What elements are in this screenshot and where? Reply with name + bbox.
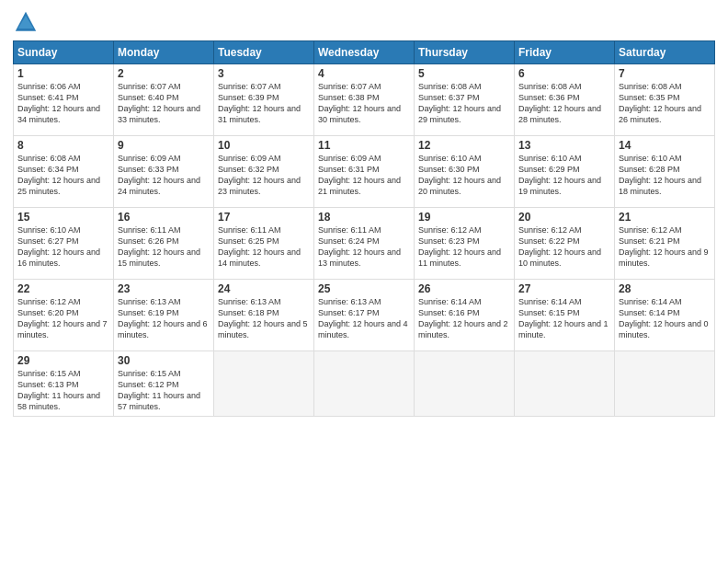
day-number: 19 [418, 211, 510, 224]
day-number: 9 [118, 139, 210, 152]
day-number: 29 [17, 354, 109, 367]
calendar-cell: 23Sunrise: 6:13 AMSunset: 6:19 PMDayligh… [114, 280, 214, 351]
calendar-cell: 17Sunrise: 6:11 AMSunset: 6:25 PMDayligh… [214, 208, 314, 280]
day-info: Sunrise: 6:09 AMSunset: 6:32 PMDaylight:… [218, 153, 310, 198]
day-info: Sunrise: 6:13 AMSunset: 6:17 PMDaylight:… [318, 296, 410, 341]
calendar-cell: 24Sunrise: 6:13 AMSunset: 6:18 PMDayligh… [214, 280, 314, 351]
day-info: Sunrise: 6:15 AMSunset: 6:12 PMDaylight:… [118, 368, 210, 413]
calendar-cell: 18Sunrise: 6:11 AMSunset: 6:24 PMDayligh… [314, 208, 415, 280]
day-number: 22 [17, 282, 109, 295]
day-number: 7 [619, 67, 711, 80]
header-monday: Monday [114, 41, 214, 64]
day-number: 27 [518, 282, 610, 295]
day-info: Sunrise: 6:08 AMSunset: 6:35 PMDaylight:… [619, 81, 711, 126]
week-row-0: 1Sunrise: 6:06 AMSunset: 6:41 PMDaylight… [14, 64, 715, 136]
day-info: Sunrise: 6:10 AMSunset: 6:27 PMDaylight:… [17, 224, 109, 270]
day-info: Sunrise: 6:13 AMSunset: 6:19 PMDaylight:… [118, 296, 210, 341]
day-number: 10 [218, 139, 310, 152]
calendar-table: Sunday Monday Tuesday Wednesday Thursday… [13, 40, 715, 417]
day-info: Sunrise: 6:09 AMSunset: 6:33 PMDaylight:… [118, 153, 210, 198]
calendar-cell: 28Sunrise: 6:14 AMSunset: 6:14 PMDayligh… [615, 280, 715, 351]
calendar-cell: 12Sunrise: 6:10 AMSunset: 6:30 PMDayligh… [415, 136, 515, 208]
calendar-cell: 25Sunrise: 6:13 AMSunset: 6:17 PMDayligh… [314, 280, 415, 351]
calendar-cell: 9Sunrise: 6:09 AMSunset: 6:33 PMDaylight… [114, 136, 214, 208]
week-row-1: 8Sunrise: 6:08 AMSunset: 6:34 PMDaylight… [14, 136, 715, 208]
day-info: Sunrise: 6:07 AMSunset: 6:38 PMDaylight:… [318, 81, 410, 126]
calendar-cell: 5Sunrise: 6:08 AMSunset: 6:37 PMDaylight… [415, 64, 515, 136]
day-info: Sunrise: 6:08 AMSunset: 6:34 PMDaylight:… [17, 153, 109, 198]
calendar-cell: 27Sunrise: 6:14 AMSunset: 6:15 PMDayligh… [515, 280, 615, 351]
calendar-cell: 16Sunrise: 6:11 AMSunset: 6:26 PMDayligh… [114, 208, 214, 280]
day-number: 13 [518, 139, 610, 152]
calendar-cell: 14Sunrise: 6:10 AMSunset: 6:28 PMDayligh… [615, 136, 715, 208]
day-number: 5 [418, 67, 510, 80]
calendar-cell: 22Sunrise: 6:12 AMSunset: 6:20 PMDayligh… [14, 280, 114, 351]
header [13, 9, 715, 35]
day-info: Sunrise: 6:12 AMSunset: 6:22 PMDaylight:… [518, 224, 610, 270]
day-number: 14 [619, 139, 711, 152]
day-number: 25 [318, 282, 410, 295]
calendar-cell: 26Sunrise: 6:14 AMSunset: 6:16 PMDayligh… [415, 280, 515, 351]
day-number: 6 [518, 67, 610, 80]
day-number: 21 [619, 211, 711, 224]
calendar-cell: 3Sunrise: 6:07 AMSunset: 6:39 PMDaylight… [214, 64, 314, 136]
header-wednesday: Wednesday [314, 41, 415, 64]
day-info: Sunrise: 6:13 AMSunset: 6:18 PMDaylight:… [218, 296, 310, 341]
calendar-cell: 21Sunrise: 6:12 AMSunset: 6:21 PMDayligh… [615, 208, 715, 280]
day-info: Sunrise: 6:09 AMSunset: 6:31 PMDaylight:… [318, 153, 410, 198]
header-friday: Friday [515, 41, 615, 64]
day-number: 17 [218, 211, 310, 224]
day-number: 20 [518, 211, 610, 224]
day-number: 26 [418, 282, 510, 295]
day-number: 1 [17, 67, 109, 80]
day-number: 18 [318, 211, 410, 224]
calendar-cell: 7Sunrise: 6:08 AMSunset: 6:35 PMDaylight… [615, 64, 715, 136]
calendar-cell: 4Sunrise: 6:07 AMSunset: 6:38 PMDaylight… [314, 64, 415, 136]
day-info: Sunrise: 6:08 AMSunset: 6:37 PMDaylight:… [418, 81, 510, 126]
day-info: Sunrise: 6:10 AMSunset: 6:30 PMDaylight:… [418, 153, 510, 198]
calendar-cell: 10Sunrise: 6:09 AMSunset: 6:32 PMDayligh… [214, 136, 314, 208]
day-number: 16 [118, 211, 210, 224]
day-info: Sunrise: 6:12 AMSunset: 6:23 PMDaylight:… [418, 224, 510, 270]
day-number: 12 [418, 139, 510, 152]
calendar-cell [515, 351, 615, 417]
day-info: Sunrise: 6:14 AMSunset: 6:14 PMDaylight:… [619, 296, 711, 341]
calendar-cell: 2Sunrise: 6:07 AMSunset: 6:40 PMDaylight… [114, 64, 214, 136]
day-number: 24 [218, 282, 310, 295]
day-info: Sunrise: 6:07 AMSunset: 6:40 PMDaylight:… [118, 81, 210, 126]
day-info: Sunrise: 6:07 AMSunset: 6:39 PMDaylight:… [218, 81, 310, 126]
calendar-cell: 1Sunrise: 6:06 AMSunset: 6:41 PMDaylight… [14, 64, 114, 136]
header-tuesday: Tuesday [214, 41, 314, 64]
calendar-cell: 19Sunrise: 6:12 AMSunset: 6:23 PMDayligh… [415, 208, 515, 280]
calendar-cell: 29Sunrise: 6:15 AMSunset: 6:13 PMDayligh… [14, 351, 114, 417]
day-info: Sunrise: 6:11 AMSunset: 6:25 PMDaylight:… [218, 224, 310, 270]
day-number: 3 [218, 67, 310, 80]
day-info: Sunrise: 6:10 AMSunset: 6:29 PMDaylight:… [518, 153, 610, 198]
calendar-cell [214, 351, 314, 417]
calendar-cell: 8Sunrise: 6:08 AMSunset: 6:34 PMDaylight… [14, 136, 114, 208]
calendar-cell: 13Sunrise: 6:10 AMSunset: 6:29 PMDayligh… [515, 136, 615, 208]
weekday-header-row: Sunday Monday Tuesday Wednesday Thursday… [14, 41, 715, 64]
day-info: Sunrise: 6:14 AMSunset: 6:16 PMDaylight:… [418, 296, 510, 341]
logo [13, 9, 42, 35]
calendar-cell: 6Sunrise: 6:08 AMSunset: 6:36 PMDaylight… [515, 64, 615, 136]
day-info: Sunrise: 6:11 AMSunset: 6:26 PMDaylight:… [118, 224, 210, 270]
calendar-cell [415, 351, 515, 417]
week-row-4: 29Sunrise: 6:15 AMSunset: 6:13 PMDayligh… [14, 351, 715, 417]
calendar-cell: 20Sunrise: 6:12 AMSunset: 6:22 PMDayligh… [515, 208, 615, 280]
header-thursday: Thursday [415, 41, 515, 64]
calendar-cell: 15Sunrise: 6:10 AMSunset: 6:27 PMDayligh… [14, 208, 114, 280]
logo-icon [13, 9, 39, 35]
week-row-2: 15Sunrise: 6:10 AMSunset: 6:27 PMDayligh… [14, 208, 715, 280]
day-info: Sunrise: 6:12 AMSunset: 6:21 PMDaylight:… [619, 224, 711, 270]
day-number: 11 [318, 139, 410, 152]
day-number: 4 [318, 67, 410, 80]
header-saturday: Saturday [615, 41, 715, 64]
calendar-cell: 11Sunrise: 6:09 AMSunset: 6:31 PMDayligh… [314, 136, 415, 208]
header-sunday: Sunday [14, 41, 114, 64]
calendar-cell: 30Sunrise: 6:15 AMSunset: 6:12 PMDayligh… [114, 351, 214, 417]
day-number: 23 [118, 282, 210, 295]
calendar-cell [314, 351, 415, 417]
calendar-cell [615, 351, 715, 417]
day-info: Sunrise: 6:08 AMSunset: 6:36 PMDaylight:… [518, 81, 610, 126]
